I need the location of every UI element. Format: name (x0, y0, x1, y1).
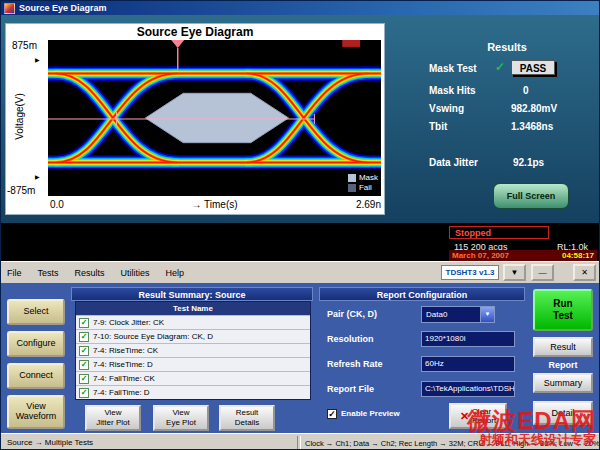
chevron-down-icon[interactable]: ▼ (480, 307, 494, 322)
acquisition-state: Stopped (449, 226, 549, 239)
plot-corner-marker (342, 40, 360, 47)
report-file-label: Report File (327, 384, 374, 394)
mask-hits-value: 0 (523, 85, 529, 96)
menu-bar: File Tests Results Utilities Help TDSHT3… (1, 261, 600, 283)
vswing-value: 982.80mV (511, 103, 557, 114)
plot-title: Source Eye Diagram (6, 24, 384, 40)
status-left: Source → Multiple Tests (7, 438, 93, 447)
x-axis: 0.0 → Time(s) 2.69n (48, 196, 381, 214)
test-name: 7-4: RiseTime: D (93, 360, 153, 369)
y-axis: 875m ▶ Voltage(V) ▶ -875m (6, 40, 48, 196)
x-axis-arrow-icon: → (191, 199, 201, 210)
enable-preview-label: Enable Preview (341, 409, 400, 418)
full-screen-button[interactable]: Full Screen (493, 183, 569, 209)
tbit-label: Tbit (429, 121, 447, 132)
report-group-label: Report (533, 360, 593, 370)
data-jitter-value: 92.1ps (513, 157, 544, 168)
menu-tests[interactable]: Tests (38, 268, 59, 278)
y-axis-min: -875m (7, 185, 35, 196)
status-bar: Source → Multiple Tests Clock → Ch1; Dat… (1, 433, 600, 450)
y-axis-top-marker-icon: ▶ (35, 56, 40, 63)
window-menu-button[interactable]: ▼ (503, 264, 526, 281)
row-pass-check-icon: ✓ (79, 332, 89, 342)
result-summary-header: Result Summary: Source (71, 287, 313, 301)
results-title: Results (417, 41, 597, 53)
view-eye-plot-button[interactable]: View Eye Plot (153, 405, 209, 431)
enable-preview-checkbox[interactable]: ✓ (327, 409, 337, 419)
fail-legend-label: Fail (359, 183, 372, 192)
result-summary-table: Test Name ✓ 7-9: Clock Jitter: CK ✓ 7-10… (75, 301, 311, 400)
test-name: 7-10: Source Eye Diagram: CK, D (93, 332, 213, 341)
clear-report-button[interactable]: ✕ Clear Report (449, 403, 507, 429)
run-test-button[interactable]: Run Test (533, 289, 593, 331)
pass-check-icon: ✓ (495, 60, 505, 74)
data-jitter-label: Data Jitter (429, 157, 478, 168)
window-title: Source Eye Diagram (19, 3, 107, 13)
test-name: 7-4: FallTime: CK (93, 374, 155, 383)
pair-label: Pair (CK, D) (327, 309, 377, 319)
pass-badge: PASS (511, 60, 555, 75)
status-right: Clock → Ch1; Data → Ch2; Rec Length → 32… (305, 439, 600, 448)
plot-legend: Mask Fail (348, 172, 378, 192)
application-area: Select Configure Connect View Waveform R… (1, 283, 600, 433)
status-divider (297, 436, 301, 449)
app-version-badge: TDSHT3 v1.3 (441, 265, 499, 280)
row-pass-check-icon: ✓ (79, 360, 89, 370)
table-row[interactable]: ✓ 7-10: Source Eye Diagram: CK, D (76, 329, 310, 343)
plot-canvas: Mask Fail (48, 40, 381, 196)
y-axis-max: 875m (12, 40, 37, 51)
test-name: 7-9: Clock Jitter: CK (93, 318, 164, 327)
report-config-header: Report Configuration (319, 287, 525, 301)
test-name: 7-4: RiseTime: CK (93, 346, 158, 355)
row-pass-check-icon: ✓ (79, 388, 89, 398)
sidebar-connect-button[interactable]: Connect (7, 363, 65, 389)
clear-icon: ✕ (460, 410, 469, 423)
eye-diagram-canvas (48, 40, 381, 196)
scope-date: March 07, 2007 (452, 251, 509, 260)
result-button[interactable]: Result (533, 337, 593, 357)
close-button[interactable]: ✕ (573, 264, 596, 281)
tbit-value: 1.3468ns (511, 121, 553, 132)
mask-legend-label: Mask (359, 173, 378, 182)
refresh-rate-label: Refresh Rate (327, 359, 383, 369)
view-jitter-plot-button[interactable]: View Jitter Plot (85, 405, 141, 431)
result-details-button[interactable]: Result Details (219, 405, 275, 431)
pair-selected-value: Data0 (426, 307, 447, 322)
eye-diagram-widget: Source Eye Diagram 875m ▶ Voltage(V) ▶ -… (5, 23, 385, 215)
report-summary-button[interactable]: Summary (533, 373, 593, 393)
report-file-field[interactable]: C:\TekApplications\TDSHT (421, 381, 515, 397)
row-pass-check-icon: ✓ (79, 346, 89, 356)
sidebar-configure-button[interactable]: Configure (7, 331, 65, 357)
table-row[interactable]: ✓ 7-9: Clock Jitter: CK (76, 315, 310, 329)
scope-time: 04:58:17 (562, 251, 594, 260)
table-row[interactable]: ✓ 7-4: FallTime: D (76, 385, 310, 399)
display-area: Source Eye Diagram 875m ▶ Voltage(V) ▶ -… (1, 15, 600, 223)
results-panel: Results Mask Test ✓ PASS Mask Hits 0 Vsw… (417, 23, 597, 219)
pair-select[interactable]: Data0 ▼ (421, 306, 495, 323)
row-pass-check-icon: ✓ (79, 374, 89, 384)
menu-help[interactable]: Help (166, 268, 185, 278)
date-time-strip: March 07, 2007 04:58:17 (449, 250, 597, 261)
minimize-button[interactable]: — (531, 264, 554, 281)
table-row[interactable]: ✓ 7-4: RiseTime: CK (76, 343, 310, 357)
x-axis-max: 2.69n (356, 199, 381, 210)
sidebar-select-button[interactable]: Select (7, 299, 65, 325)
table-row[interactable]: ✓ 7-4: FallTime: CK (76, 371, 310, 385)
sidebar-view-waveform-button[interactable]: View Waveform (7, 395, 65, 429)
report-detail-button[interactable]: Detail (533, 401, 593, 425)
mask-legend-swatch (348, 174, 356, 182)
mask-hits-label: Mask Hits (429, 85, 476, 96)
row-pass-check-icon: ✓ (79, 318, 89, 328)
resolution-field[interactable]: 1920*1080i (421, 331, 515, 347)
y-axis-bottom-marker-icon: ▶ (35, 173, 40, 180)
table-row[interactable]: ✓ 7-4: RiseTime: D (76, 357, 310, 371)
refresh-rate-field[interactable]: 60Hz (421, 356, 515, 372)
menu-file[interactable]: File (7, 268, 22, 278)
app-icon (4, 3, 15, 14)
mask-test-label: Mask Test (429, 63, 477, 74)
y-axis-label: Voltage(V) (14, 77, 25, 157)
scope-status-strip: Stopped 115 200 acqs RL:1.0k March 07, 2… (1, 223, 600, 261)
menu-utilities[interactable]: Utilities (121, 268, 150, 278)
menu-results[interactable]: Results (75, 268, 105, 278)
table-column-header: Test Name (76, 302, 310, 315)
